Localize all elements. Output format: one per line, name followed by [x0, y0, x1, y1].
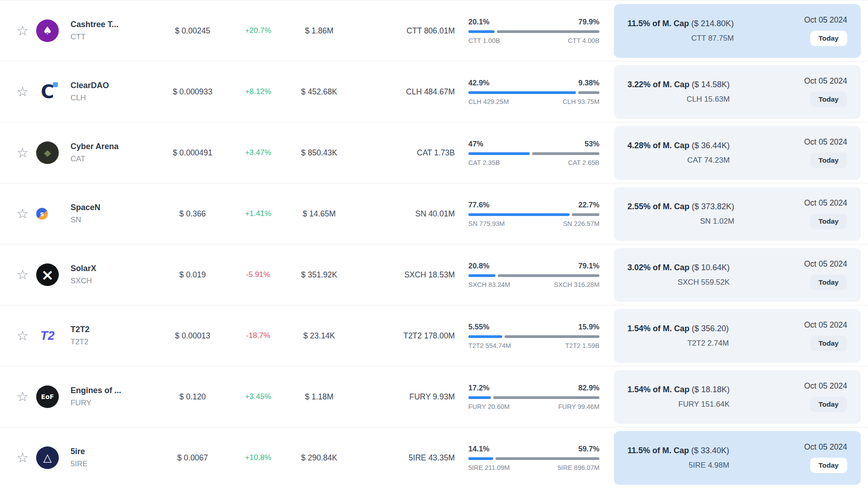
token-symbol: 5IRE	[71, 460, 156, 469]
volume-value: $ 850.43K	[288, 148, 351, 158]
token-symbol: CTT	[71, 33, 156, 42]
progress-bar-remainder	[578, 91, 599, 94]
mcap-usd-value: ($ 214.80K)	[691, 19, 734, 28]
unlock-progress-section: 77.6% 22.7% SN 775.93M SN 226.57M	[468, 201, 599, 227]
progress-bar-filled	[468, 457, 493, 460]
favorite-star-icon[interactable]: ☆	[17, 24, 29, 38]
table-row[interactable]: ☆ C ClearDAO CLH $ 0.000933 +8.12% $ 452…	[0, 61, 868, 122]
favorite-star-icon[interactable]: ☆	[17, 146, 29, 160]
logo-accent-square	[53, 82, 58, 87]
mcap-usd-value: ($ 33.40K)	[691, 446, 729, 455]
volume-value: $ 1.18M	[288, 392, 351, 402]
progress-left-percent: 5.55%	[468, 323, 490, 331]
mcap-summary-panel: 11.5% of M. Cap ($ 214.80K) CTT 87.75M O…	[614, 4, 861, 58]
mcap-token-amount: 5IRE 4.98M	[627, 461, 729, 470]
table-row[interactable]: ☆ △ 5ire 5IRE $ 0.0067 +10.8% $ 290.84K …	[0, 427, 868, 488]
token-symbol: T2T2	[71, 338, 156, 347]
token-logo-icon: △	[36, 446, 59, 469]
unlock-date: Oct 05 2024	[804, 442, 847, 452]
volume-value: $ 452.68K	[288, 87, 351, 97]
progress-left-percent: 77.6%	[468, 201, 490, 209]
today-badge: Today	[810, 397, 848, 412]
favorite-star-icon[interactable]: ☆	[17, 451, 29, 465]
favorite-star-icon[interactable]: ☆	[17, 329, 29, 343]
unlock-date: Oct 05 2024	[804, 381, 847, 391]
token-logo-icon: T2	[36, 324, 59, 347]
favorite-star-icon[interactable]: ☆	[17, 268, 29, 282]
progress-bar	[468, 213, 599, 216]
price-change: +10.8%	[229, 453, 288, 462]
progress-left-percent: 17.2%	[468, 384, 490, 392]
progress-right-label: SXCH 316.28M	[554, 281, 599, 288]
token-price: $ 0.00013	[156, 331, 229, 341]
unlock-date: Oct 05 2024	[804, 76, 847, 86]
progress-right-label: CAT 2.65B	[568, 159, 599, 166]
progress-bar-remainder	[572, 213, 599, 216]
today-badge: Today	[810, 275, 848, 290]
mcap-summary-panel: 2.55% of M. Cap ($ 373.82K) SN 1.02M Oct…	[614, 187, 861, 241]
token-name: Cashtree T...	[71, 20, 156, 29]
table-row[interactable]: ☆ × SolarX SXCH $ 0.019 -5.91% $ 351.92K…	[0, 244, 868, 305]
mcap-summary-panel: 1.54% of M. Cap ($ 18.18K) FURY 151.64K …	[614, 370, 861, 424]
mcap-usd-value: ($ 18.18K)	[692, 385, 730, 394]
price-change: +8.12%	[229, 87, 288, 96]
progress-left-percent: 14.1%	[468, 445, 490, 453]
progress-bar	[468, 152, 599, 155]
token-logo-icon: ×	[36, 263, 59, 286]
progress-right-percent: 53%	[585, 140, 599, 148]
token-logo-icon: EoF	[36, 385, 59, 408]
unlock-date: Oct 05 2024	[804, 137, 847, 147]
unlock-date: Oct 05 2024	[804, 259, 847, 269]
progress-left-label: SXCH 83.24M	[468, 281, 510, 288]
progress-bar-filled	[468, 274, 495, 277]
token-logo-icon: ◆	[36, 141, 59, 164]
mcap-summary-panel: 3.22% of M. Cap ($ 14.58K) CLH 15.63M Oc…	[614, 65, 861, 119]
token-name: T2T2	[71, 325, 156, 334]
token-amount: CLH 484.67M	[351, 87, 455, 97]
unlock-date: Oct 05 2024	[804, 15, 847, 25]
mcap-usd-value: ($ 356.20)	[692, 324, 729, 333]
progress-bar	[468, 91, 599, 94]
mcap-percent: 4.28% of M. Cap	[627, 141, 689, 150]
table-row[interactable]: ☆ ◆ Cyber Arena CAT $ 0.000491 +3.47% $ …	[0, 122, 868, 183]
progress-bar-remainder	[498, 274, 599, 277]
token-name: SpaceN	[71, 203, 156, 212]
price-change: +1.41%	[229, 209, 288, 218]
token-symbol: CLH	[71, 94, 156, 103]
progress-right-label: CLH 93.75M	[563, 98, 599, 105]
progress-right-label: CTT 4.00B	[568, 37, 599, 44]
mcap-percent: 3.02% of M. Cap	[627, 263, 689, 272]
progress-right-label: T2T2 1.59B	[565, 342, 599, 349]
favorite-star-icon[interactable]: ☆	[17, 390, 29, 404]
token-logo-icon: C	[36, 80, 59, 103]
token-logo-glyph: △	[43, 451, 52, 464]
favorite-star-icon[interactable]: ☆	[17, 207, 29, 221]
today-badge: Today	[810, 92, 848, 107]
token-price: $ 0.00245	[156, 26, 229, 36]
volume-value: $ 14.65M	[288, 209, 351, 219]
favorite-star-icon[interactable]: ☆	[17, 85, 29, 99]
mcap-usd-value: ($ 14.58K)	[692, 80, 730, 89]
unlock-progress-section: 5.55% 15.9% T2T2 554.74M T2T2 1.59B	[468, 323, 599, 349]
token-amount: FURY 9.93M	[351, 392, 455, 402]
table-row[interactable]: ☆ s SpaceN SN $ 0.366 +1.41% $ 14.65M SN…	[0, 183, 868, 244]
progress-bar-filled	[468, 30, 495, 33]
table-row[interactable]: ☆ EoF Engines of ... FURY $ 0.120 +3.45%…	[0, 366, 868, 427]
table-row[interactable]: ☆ ♠ Cashtree T... CTT $ 0.00245 +20.7% $…	[0, 0, 868, 61]
table-row[interactable]: ☆ T2 T2T2 T2T2 $ 0.00013 -18.7% $ 23.14K…	[0, 305, 868, 366]
unlock-date: Oct 05 2024	[804, 320, 847, 330]
token-logo-icon: s	[36, 208, 48, 220]
progress-right-percent: 9.38%	[578, 79, 599, 87]
mcap-token-amount: CLH 15.63M	[627, 95, 730, 104]
progress-left-label: CLH 429.25M	[468, 98, 509, 105]
unlock-progress-section: 20.1% 79.9% CTT 1.00B CTT 4.00B	[468, 18, 599, 44]
token-symbol: FURY	[71, 399, 156, 408]
token-price: $ 0.000933	[156, 87, 229, 97]
price-change: -5.91%	[229, 270, 288, 279]
progress-bar	[468, 30, 599, 33]
progress-right-label: 5IRE 896.07M	[557, 464, 599, 471]
progress-left-percent: 42.9%	[468, 79, 490, 87]
progress-bar	[468, 274, 599, 277]
progress-right-percent: 79.9%	[578, 18, 599, 26]
token-amount: SXCH 18.53M	[351, 270, 455, 280]
